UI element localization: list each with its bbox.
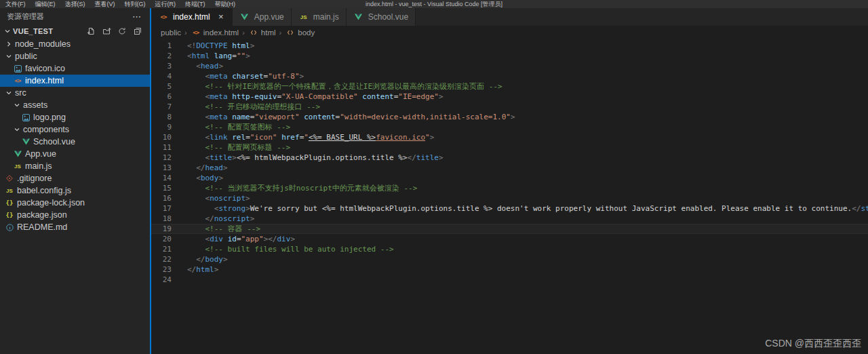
breadcrumb-label: body	[298, 28, 315, 37]
code-line-22[interactable]: 22 </body>	[151, 254, 868, 264]
menubar-item[interactable]: 终端(T)	[185, 0, 205, 8]
line-number: 11	[151, 142, 172, 153]
code-line-content: <!-- 开启移动端的理想接口 -->	[172, 102, 320, 112]
code-line-7[interactable]: 7 <!-- 开启移动端的理想接口 -->	[151, 102, 868, 112]
chevron-down-icon	[3, 28, 12, 35]
code-line-content: <meta name="viewport" content="width=dev…	[172, 112, 515, 122]
tab-main-js[interactable]: JSmain.js	[292, 8, 347, 26]
code-line-6[interactable]: 6 <meta http-equiv="X-UA-Compatible" con…	[151, 92, 868, 102]
menubar-item[interactable]: 编辑(E)	[35, 0, 56, 8]
tree-item-label: package.json	[17, 210, 67, 220]
breadcrumb-item-public[interactable]: public	[161, 28, 181, 37]
breadcrumb-label: index.html	[203, 28, 239, 37]
tree-item-babel-config-js[interactable]: JSbabel.config.js	[0, 184, 150, 197]
code-line-11[interactable]: 11 <!-- 配置网页标题 -->	[151, 142, 868, 153]
js-file-icon: JS	[4, 188, 15, 194]
code-line-17[interactable]: 17 <strong>We're sorry but <%= htmlWebpa…	[151, 203, 868, 214]
vue-file-icon	[239, 14, 250, 20]
code-line-14[interactable]: 14 <body>	[151, 173, 868, 183]
code-line-1[interactable]: 1<!DOCTYPE html>	[151, 41, 868, 51]
tree-item-components[interactable]: components	[0, 123, 150, 136]
code-line-content	[172, 275, 187, 285]
menubar-item[interactable]: 转到(G)	[125, 0, 146, 8]
tree-item-label: logo.png	[33, 113, 66, 122]
tree-item-app-vue[interactable]: App.vue	[0, 148, 150, 160]
new-file-button[interactable]	[85, 27, 96, 35]
breadcrumb-item-html[interactable]: html	[248, 28, 276, 37]
tree-item-gitignore[interactable]: .gitignore	[0, 172, 150, 184]
tab-app-vue[interactable]: App.vue	[233, 8, 292, 26]
tree-item-node-modules[interactable]: node_modules	[0, 38, 150, 50]
code-line-content: <body>	[172, 173, 223, 183]
vue-file-icon	[20, 138, 31, 145]
line-number: 24	[151, 275, 172, 285]
code-line-3[interactable]: 3 <head>	[151, 61, 868, 71]
html-file-icon: <>	[12, 77, 23, 84]
close-tab-button[interactable]: ×	[214, 12, 225, 22]
project-section-header[interactable]: VUE_TEST	[0, 24, 150, 38]
info-file-icon	[4, 224, 15, 231]
line-number: 8	[151, 112, 172, 122]
line-number: 16	[151, 193, 172, 203]
tree-item-assets[interactable]: assets	[0, 99, 150, 111]
tab-label: School.vue	[368, 12, 408, 22]
tree-item-package-json[interactable]: {}package.json	[0, 209, 150, 221]
code-line-24[interactable]: 24	[151, 275, 868, 285]
breadcrumb-item-body[interactable]: body	[285, 28, 315, 37]
breadcrumb: public›<>index.html›html›body	[151, 26, 868, 39]
code-line-19[interactable]: 19 <!-- 容器 -->	[151, 224, 868, 234]
code-line-18[interactable]: 18 </noscript>	[151, 214, 868, 224]
collapse-all-button[interactable]	[132, 27, 143, 35]
more-actions-icon[interactable]: ⋯	[132, 12, 142, 22]
code-line-content: <meta charset="utf-8">	[172, 71, 304, 81]
code-line-10[interactable]: 10 <link rel="icon" href="<%= BASE_URL %…	[151, 132, 868, 142]
tree-item-main-js[interactable]: JSmain.js	[0, 160, 150, 172]
code-line-content: <meta http-equiv="X-UA-Compatible" conte…	[172, 92, 443, 102]
menubar-item[interactable]: 文件(F)	[5, 0, 26, 8]
code-line-9[interactable]: 9 <!-- 配置页签图标 -->	[151, 122, 868, 132]
vue-file-icon	[353, 14, 364, 20]
code-line-8[interactable]: 8 <meta name="viewport" content="width=d…	[151, 112, 868, 122]
menubar-item[interactable]: 帮助(H)	[215, 0, 236, 8]
menubar-item[interactable]: 选择(S)	[65, 0, 85, 8]
line-number: 17	[151, 203, 172, 214]
line-number: 6	[151, 92, 172, 102]
tree-item-src[interactable]: src	[0, 87, 150, 99]
tree-item-public[interactable]: public	[0, 50, 150, 62]
code-line-content: </body>	[172, 254, 228, 264]
code-line-12[interactable]: 12 <title><%= htmlWebpackPlugin.options.…	[151, 153, 868, 163]
breadcrumb-separator-icon: ›	[242, 28, 245, 37]
tree-item-package-lock-json[interactable]: {}package-lock.json	[0, 197, 150, 209]
json-file-icon: {}	[4, 212, 15, 218]
code-line-20[interactable]: 20 <div id="app"></div>	[151, 234, 868, 244]
code-line-16[interactable]: 16 <noscript>	[151, 193, 868, 203]
tree-item-favicon-ico[interactable]: favicon.ico	[0, 62, 150, 75]
code-editor[interactable]: 1<!DOCTYPE html>2<html lang="">3 <head>4…	[151, 39, 868, 354]
code-line-2[interactable]: 2<html lang="">	[151, 51, 868, 61]
titlebar: 文件(F)编辑(E)选择(S)查看(V)转到(G)运行(R)终端(T)帮助(H)…	[0, 0, 868, 8]
explorer-actions	[85, 27, 150, 35]
code-line-15[interactable]: 15 <!-- 当浏览器不支持js时noscript中的元素就会被渲染 -->	[151, 183, 868, 193]
image-file-icon	[20, 114, 31, 121]
tree-item-label: src	[15, 88, 26, 98]
code-line-content: <link rel="icon" href="<%= BASE_URL %>fa…	[172, 132, 434, 142]
tree-item-readme-md[interactable]: README.md	[0, 221, 150, 233]
code-line-4[interactable]: 4 <meta charset="utf-8">	[151, 71, 868, 81]
tree-item-label: main.js	[25, 161, 52, 171]
code-line-21[interactable]: 21 <!-- built files will be auto injecte…	[151, 244, 868, 254]
code-line-13[interactable]: 13 </head>	[151, 163, 868, 173]
code-line-5[interactable]: 5 <!-- 针对IE浏览器的一个特殊配置，含义是让IE浏览器以最高的渲染级别渲…	[151, 81, 868, 92]
breadcrumb-separator-icon: ›	[184, 28, 187, 37]
tree-item-logo-png[interactable]: logo.png	[0, 111, 150, 123]
line-number: 21	[151, 244, 172, 254]
tree-item-index-html[interactable]: <>index.html	[0, 75, 150, 87]
new-folder-button[interactable]	[101, 27, 112, 35]
tab-school-vue[interactable]: School.vue	[347, 8, 416, 26]
menubar-item[interactable]: 运行(R)	[155, 0, 176, 8]
refresh-button[interactable]	[117, 27, 127, 35]
menubar-item[interactable]: 查看(V)	[95, 0, 115, 8]
breadcrumb-item-index-html[interactable]: <>index.html	[191, 28, 239, 37]
code-line-23[interactable]: 23</html>	[151, 264, 868, 275]
tab-index-html[interactable]: <>index.html×	[151, 8, 233, 26]
tree-item-school-vue[interactable]: School.vue	[0, 136, 150, 148]
